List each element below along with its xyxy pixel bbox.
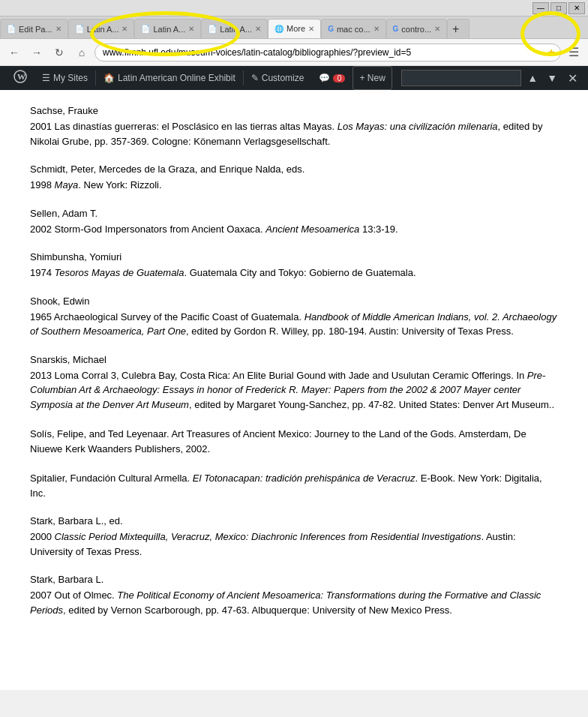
bib-ref: 2013 Loma Corral 3, Culebra Bay, Costa R…: [30, 368, 558, 412]
tab-icon: 📄: [141, 25, 150, 33]
bib-entry-spitalier: Spitalier, Fundación Cultural Armella. E…: [30, 471, 558, 500]
tab-icon: 📄: [208, 25, 217, 33]
bib-ref: 1974 Tesoros Mayas de Guatemala. Guatema…: [30, 266, 558, 280]
home-button[interactable]: ⌂: [72, 43, 92, 62]
bib-entry-sachse: Sachse, Frauke 2001 Las dinastías guerre…: [30, 105, 558, 148]
tab-latin-1[interactable]: 📄 Latin A... ✕: [68, 19, 135, 38]
tab-latin-2[interactable]: 📄 Latin A... ✕: [134, 19, 201, 38]
svg-text:W: W: [17, 72, 26, 81]
bib-ref: 1998 Maya. New York: Rizzoli.: [30, 178, 558, 193]
tab-label: contro...: [401, 25, 431, 34]
nav-bar: ← → ↻ ⌂ ★ ☰: [0, 39, 588, 66]
bib-entry-stark2: Stark, Barbara L. 2007 Out of Olmec. The…: [30, 574, 558, 617]
bib-entry-shimbunsha: Shimbunsha, Yomiuri 1974 Tesoros Mayas d…: [30, 251, 558, 280]
tab-icon: 📄: [75, 25, 84, 33]
my-sites-label: My Sites: [53, 73, 88, 83]
bib-author: Sachse, Frauke: [30, 105, 558, 116]
bib-entry-sellen: Sellen, Adam T. 2002 Storm-God Impersona…: [30, 208, 558, 237]
menu-button[interactable]: ☰: [564, 43, 584, 62]
bib-author: Shimbunsha, Yomiuri: [30, 251, 558, 262]
forward-button[interactable]: →: [27, 43, 46, 62]
find-input[interactable]: [401, 70, 521, 86]
reload-button[interactable]: ↻: [50, 43, 69, 62]
address-wrapper: ★: [94, 44, 561, 62]
tab-label: Latin A...: [87, 25, 119, 34]
toolbar-site-name[interactable]: 🏠 Latin American Online Exhibit: [96, 66, 243, 90]
my-sites-icon: ☰: [42, 73, 50, 83]
tab-close-icon[interactable]: ✕: [188, 25, 194, 33]
close-window-button[interactable]: ✕: [568, 2, 585, 14]
tab-contro[interactable]: G contro... ✕: [386, 19, 448, 38]
back-button[interactable]: ←: [4, 43, 24, 62]
site-name-icon: 🏠: [104, 73, 115, 83]
bib-ref: 2007 Out of Olmec. The Political Economy…: [30, 588, 558, 617]
bib-author: Snarskis, Michael: [30, 354, 558, 365]
tab-close-icon[interactable]: ✕: [308, 25, 314, 33]
bib-entry-stark1: Stark, Barbara L., ed. 2000 Classic Peri…: [30, 515, 558, 559]
bib-ref: Spitalier, Fundación Cultural Armella. E…: [30, 471, 558, 500]
tab-label: mac co...: [337, 25, 370, 34]
toolbar-my-sites[interactable]: ☰ My Sites: [34, 66, 95, 90]
title-bar: — □ ✕: [0, 0, 588, 16]
toolbar-comments[interactable]: 💬 0: [311, 66, 352, 90]
bib-entry-schmidt: Schmidt, Peter, Mercedes de la Graza, an…: [30, 164, 558, 193]
address-bar[interactable]: [94, 44, 561, 62]
maximize-button[interactable]: □: [550, 2, 567, 14]
find-prev-button[interactable]: ▲: [524, 70, 541, 86]
bib-entry-shook: Shook, Edwin 1965 Archaeological Survey …: [30, 296, 558, 339]
find-bar: ▲ ▼ ✕: [401, 70, 582, 87]
bib-author: Stark, Barbara L., ed.: [30, 515, 558, 526]
tab-icon: 🌐: [274, 25, 284, 33]
tab-close-icon[interactable]: ✕: [434, 25, 440, 33]
tab-edit-pa[interactable]: 📄 Edit Pa... ✕: [0, 19, 68, 38]
tab-label: Edit Pa...: [19, 25, 52, 34]
bib-ref: 2000 Classic Period Mixtequilla, Veracru…: [30, 530, 558, 559]
tab-more[interactable]: 🌐 More ✕: [268, 19, 321, 38]
toolbar-customize[interactable]: ✎ Customize: [244, 66, 312, 90]
bib-ref: 2002 Storm-God Impersonators from Ancien…: [30, 222, 558, 237]
tab-close-icon[interactable]: ✕: [56, 25, 62, 33]
bib-author: Sellen, Adam T.: [30, 208, 558, 219]
tab-mac-co[interactable]: G mac co... ✕: [321, 19, 386, 38]
tab-icon: G: [328, 25, 334, 33]
minimize-button[interactable]: —: [532, 2, 549, 14]
new-tab-icon: +: [452, 22, 459, 36]
tab-icon: 📄: [7, 25, 16, 33]
wordpress-icon: W: [14, 70, 27, 83]
bib-ref: 1965 Archaeological Survey of the Pacifi…: [30, 310, 558, 339]
tab-new[interactable]: +: [447, 19, 470, 38]
bib-ref: Solís, Felipe, and Ted Leyenaar. Art Tre…: [30, 427, 558, 456]
toolbar-new[interactable]: + New: [352, 66, 392, 90]
tab-close-icon[interactable]: ✕: [374, 25, 380, 33]
bib-entry-snarskis: Snarskis, Michael 2013 Loma Corral 3, Cu…: [30, 354, 558, 412]
bib-author: Schmidt, Peter, Mercedes de la Graza, an…: [30, 164, 558, 175]
find-next-button[interactable]: ▼: [544, 70, 560, 86]
find-close-button[interactable]: ✕: [563, 70, 582, 87]
customize-label: Customize: [262, 73, 304, 83]
page-content: Sachse, Frauke 2001 Las dinastías guerre…: [0, 90, 588, 690]
new-label: + New: [359, 73, 385, 83]
wp-logo[interactable]: W: [6, 70, 34, 87]
tab-label: Latin A...: [153, 25, 185, 34]
tab-latin-3[interactable]: 📄 Latin A... ✕: [201, 19, 268, 38]
bookmark-star-icon[interactable]: ★: [547, 46, 556, 58]
tab-label: More: [286, 24, 305, 33]
wp-toolbar: W ☰ My Sites 🏠 Latin American Online Exh…: [0, 66, 588, 90]
tab-close-icon[interactable]: ✕: [122, 25, 128, 33]
bib-author: Shook, Edwin: [30, 296, 558, 307]
bib-entry-solis: Solís, Felipe, and Ted Leyenaar. Art Tre…: [30, 427, 558, 456]
tab-label: Latin A...: [220, 25, 252, 34]
customize-icon: ✎: [251, 73, 259, 83]
bib-ref: 2001 Las dinastías guerreras: el Posclás…: [30, 119, 558, 148]
comments-badge: 0: [333, 74, 345, 82]
tab-icon: G: [393, 25, 399, 33]
comments-icon: 💬: [319, 73, 330, 83]
site-name-label: Latin American Online Exhibit: [118, 73, 236, 83]
window-controls: — □ ✕: [532, 2, 585, 14]
tab-close-icon[interactable]: ✕: [255, 25, 261, 33]
tab-bar: 📄 Edit Pa... ✕ 📄 Latin A... ✕ 📄 Latin A.…: [0, 16, 588, 39]
bib-author: Stark, Barbara L.: [30, 574, 558, 585]
